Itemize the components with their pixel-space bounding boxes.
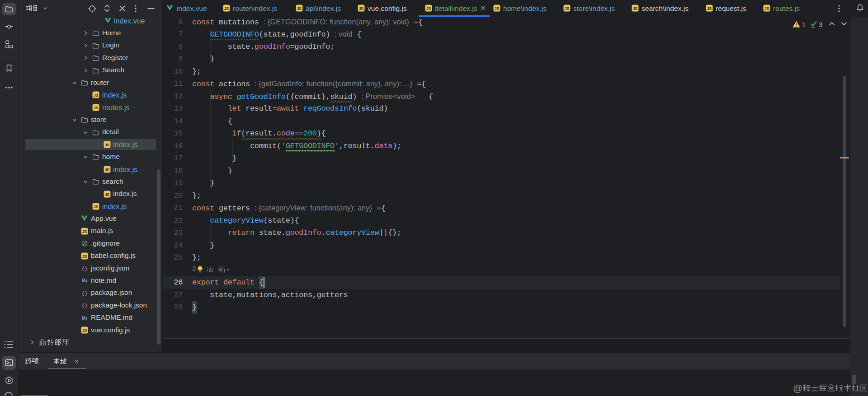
svg-text:M: M (82, 316, 85, 321)
svg-text:JS: JS (105, 192, 110, 196)
svg-text:JS: JS (359, 6, 364, 11)
svg-text:JS: JS (495, 6, 500, 11)
svg-text:JS: JS (94, 106, 99, 110)
svg-text:JS: JS (82, 254, 87, 258)
svg-text:JS: JS (297, 6, 302, 11)
svg-text:JS: JS (105, 168, 110, 172)
svg-text:JS: JS (633, 6, 638, 11)
svg-text:JS: JS (94, 205, 99, 209)
svg-text:{ }: { } (82, 266, 87, 271)
svg-text:JS: JS (105, 143, 110, 147)
svg-text:M: M (82, 278, 85, 283)
svg-text:JS: JS (82, 229, 87, 234)
svg-text:JS: JS (764, 6, 769, 11)
svg-text:JS: JS (707, 6, 712, 11)
svg-text:JS: JS (94, 93, 99, 98)
svg-text:JS: JS (426, 6, 431, 11)
svg-text:{ }: { } (82, 290, 87, 296)
svg-text:JS: JS (224, 6, 229, 11)
svg-text:JS: JS (82, 328, 87, 333)
svg-text:JS: JS (565, 6, 570, 11)
svg-text:{ }: { } (82, 303, 87, 308)
